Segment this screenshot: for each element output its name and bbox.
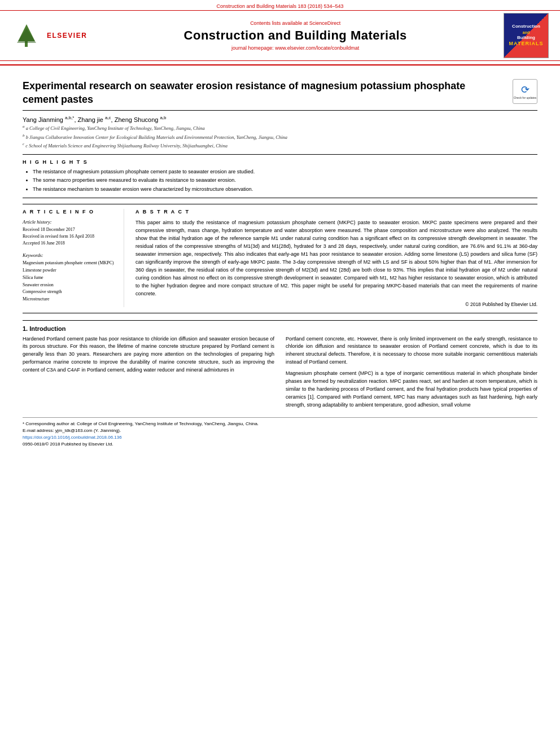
intro-text-left: Hardened Portland cement paste has poor … [23,335,274,375]
affiliations: a a College of Civil Engineering, YanChe… [23,124,537,150]
keyword-6: Microstructure [23,296,116,303]
affiliation-b: b b Jiangsu Collaborative Innovation Cen… [23,133,537,141]
received-date: Received 18 December 2017 [23,226,116,233]
highlights-list: The resistance of magnesium potassium ph… [23,168,537,193]
two-col-section: A R T I C L E I N F O Article history: R… [23,204,537,307]
check-updates-text: Check for updates [514,96,537,99]
highlights-title: H I G H L I G H T S [23,159,537,165]
abstract-text: This paper aims to study the resistance … [135,219,537,298]
issn-copyright: 0950-0618/© 2018 Published by Elsevier L… [23,441,537,448]
check-updates-badge[interactable]: ⟳ Check for updates [513,79,537,104]
highlight-item-3: The resistance mechanism to seawater ero… [33,185,537,193]
journal-banner-center: Contents lists available at ScienceDirec… [87,20,504,51]
highlights-section: H I G H L I G H T S The resistance of ma… [23,159,537,193]
article-info-title: A R T I C L E I N F O [23,209,116,215]
keyword-2: Limestone powder [23,267,116,274]
introduction-section: 1. Introduction Hardened Portland cement… [23,320,537,413]
journal-title: Construction and Building Materials [87,28,504,43]
elsevier-wordmark: ELSEVIER [47,32,87,40]
abstract-copyright: © 2018 Published by Elsevier Ltd. [135,302,537,307]
intro-two-col: Hardened Portland cement paste has poor … [23,335,537,413]
highlight-item-1: The resistance of magnesium potassium ph… [33,168,537,176]
affiliation-a: a a College of Civil Engineering, YanChe… [23,124,537,132]
divider-1 [23,154,537,155]
journal-homepage: journal homepage: www.elsevier.com/locat… [87,45,504,51]
footnotes-section: * Corresponding author at: College of Ci… [23,417,537,448]
accepted-date: Accepted 16 June 2018 [23,240,116,247]
keyword-3: Silica fume [23,274,116,282]
article-title: Experimental research on seawater erosio… [23,79,513,107]
doi-link[interactable]: https://doi.org/10.1016/j.conbuildmat.20… [23,434,537,441]
article-title-section: Experimental research on seawater erosio… [23,79,537,111]
revised-date: Received in revised form 16 April 2018 [23,233,116,240]
intro-col-right: Portland cement concrete, etc. However, … [286,335,537,413]
svg-marker-2 [17,28,36,43]
abstract-col: A B S T R A C T This paper aims to study… [135,209,537,307]
journal-logo-right: Construction and Building MATERIALS [504,13,549,58]
journal-header: Construction and Building Materials 183 … [0,0,560,65]
divider-2 [23,198,537,198]
elsevier-tree-icon [11,21,42,50]
abstract-title: A B S T R A C T [135,209,537,215]
authors-line: Yang Jianming a,b,*, Zhang jie a,c, Zhen… [23,115,537,123]
intro-text-right: Portland cement concrete, etc. However, … [286,335,537,409]
elsevier-logo-area: ELSEVIER [11,21,87,50]
check-updates-icon: ⟳ [521,84,530,96]
doi-line: Construction and Building Materials 183 … [0,0,560,10]
keyword-5: Compressive strength [23,289,116,296]
article-history: Article history: Received 18 December 20… [23,219,116,247]
article-history-title: Article history: [23,219,116,225]
journal-banner: ELSEVIER Contents lists available at Sci… [0,10,560,61]
highlight-item-2: The some macro properties were measured … [33,176,537,184]
main-content: Experimental research on seawater erosio… [0,65,560,453]
keywords-section: Keywords: Magnesium potassium phosphate … [23,252,116,303]
keywords-title: Keywords: [23,252,116,258]
affiliation-c: c c School of Materials Science and Engi… [23,141,537,150]
journal-logo-text: Construction and Building MATERIALS [509,24,544,47]
intro-col-left: Hardened Portland cement paste has poor … [23,335,274,413]
corresponding-author-note: * Corresponding author at: College of Ci… [23,421,537,427]
section-1-heading: 1. Introduction [23,325,537,332]
article-info-col: A R T I C L E I N F O Article history: R… [23,209,124,307]
page-wrapper: Construction and Building Materials 183 … [0,0,560,453]
keyword-4: Seawater erosion [23,282,116,289]
keyword-1: Magnesium potassium phosphate cement (MK… [23,260,116,267]
sciencedirect-link[interactable]: Contents lists available at ScienceDirec… [87,20,504,26]
email-note: E-mail address: yjm_ldk@163.com (Y. Jian… [23,427,537,434]
divider-3 [23,313,537,313]
